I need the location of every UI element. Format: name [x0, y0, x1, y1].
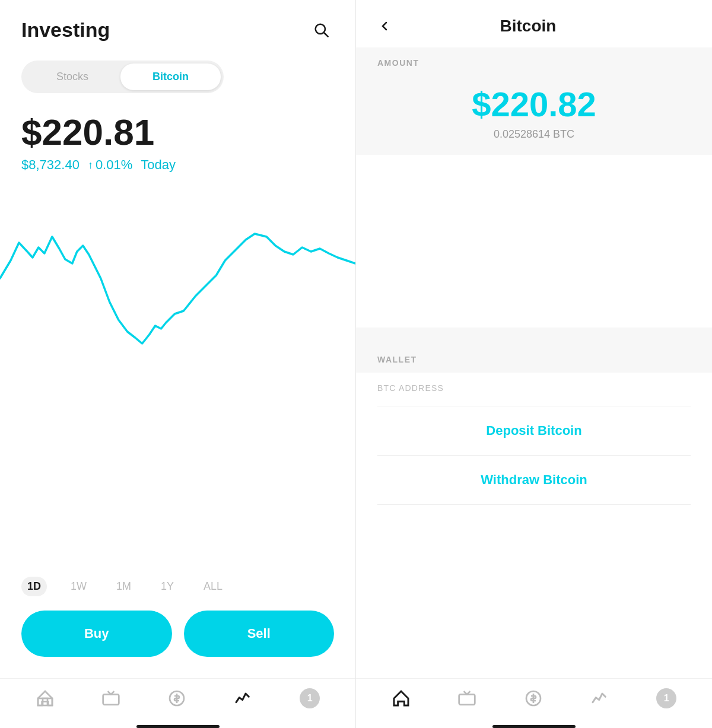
amount-display: $220.82 0.02528614 BTC: [356, 76, 712, 141]
dollar-icon: [167, 689, 186, 708]
right-nav-home[interactable]: [392, 689, 411, 708]
right-notification-badge: 1: [656, 688, 676, 708]
main-price: $220.81: [21, 112, 334, 152]
right-tv-icon: [457, 689, 476, 708]
right-dollar-icon: [524, 689, 543, 708]
nav-media[interactable]: [101, 689, 120, 708]
home-icon: [36, 689, 55, 708]
tab-bitcoin[interactable]: Bitcoin: [120, 63, 221, 90]
right-nav-investing[interactable]: [590, 689, 609, 708]
left-bottom-nav: 1: [0, 678, 355, 720]
today-label: Today: [141, 157, 176, 173]
tab-switcher: Stocks Bitcoin: [21, 61, 224, 93]
price-chart: [0, 183, 355, 373]
change-wrap: ↑ 0.01%: [88, 157, 132, 173]
tab-stocks[interactable]: Stocks: [24, 63, 120, 90]
amount-label: AMOUNT: [356, 47, 712, 76]
price-section: $220.81 $8,732.40 ↑ 0.01% Today: [0, 106, 355, 177]
price-meta: $8,732.40 ↑ 0.01% Today: [21, 157, 334, 173]
amount-btc: 0.02528614 BTC: [494, 128, 574, 141]
right-chart-icon: [590, 689, 609, 708]
investing-title: Investing: [21, 18, 110, 42]
nav-notifications[interactable]: 1: [300, 688, 320, 708]
deposit-bitcoin-button[interactable]: Deposit Bitcoin: [486, 423, 581, 438]
btc-market-price: $8,732.40: [21, 157, 80, 173]
wallet-label: WALLET: [356, 342, 712, 373]
search-icon: [313, 21, 329, 38]
deposit-action: Deposit Bitcoin: [356, 406, 712, 455]
right-nav-notifications[interactable]: 1: [656, 688, 676, 708]
buy-button[interactable]: Buy: [21, 611, 172, 657]
nav-home[interactable]: [36, 689, 55, 708]
right-nav-media[interactable]: [457, 689, 476, 708]
nav-investing[interactable]: [234, 689, 253, 708]
right-nav-cash[interactable]: [524, 689, 543, 708]
amount-section: AMOUNT $220.82 0.02528614 BTC: [356, 47, 712, 155]
search-button[interactable]: [308, 17, 334, 43]
time-1d[interactable]: 1D: [21, 577, 47, 596]
left-bottom-bar: [136, 725, 220, 728]
withdraw-action: Withdraw Bitcoin: [356, 456, 712, 504]
bitcoin-title: Bitcoin: [403, 17, 653, 36]
time-1y[interactable]: 1Y: [155, 577, 180, 596]
back-icon: [377, 19, 392, 33]
left-panel: Investing Stocks Bitcoin $220.81 $8,732.…: [0, 0, 356, 728]
back-button[interactable]: [377, 19, 392, 33]
right-header: Bitcoin: [356, 0, 712, 47]
time-1m[interactable]: 1M: [110, 577, 137, 596]
svg-rect-3: [103, 694, 119, 704]
btc-address-label: BTC ADDRESS: [377, 383, 691, 393]
time-1w[interactable]: 1W: [65, 577, 93, 596]
change-percent: 0.01%: [96, 157, 132, 173]
right-home-icon: [392, 689, 411, 708]
notification-badge: 1: [300, 688, 320, 708]
svg-rect-5: [459, 694, 475, 704]
time-range-selector: 1D 1W 1M 1Y ALL: [0, 566, 355, 611]
right-bottom-nav: 1: [356, 678, 712, 720]
svg-line-1: [324, 33, 328, 36]
up-arrow-icon: ↑: [88, 159, 93, 171]
chart-area: [0, 177, 355, 566]
right-panel: Bitcoin AMOUNT $220.82 0.02528614 BTC WA…: [356, 0, 712, 728]
withdraw-bitcoin-button[interactable]: Withdraw Bitcoin: [481, 472, 587, 488]
sell-button[interactable]: Sell: [184, 611, 335, 657]
amount-usd: $220.82: [472, 85, 596, 123]
tv-icon: [101, 689, 120, 708]
right-bottom-bar: [492, 725, 576, 728]
action-buttons: Buy Sell: [0, 611, 355, 678]
left-header: Investing: [0, 0, 355, 55]
btc-address-row: BTC ADDRESS: [356, 373, 712, 406]
time-all[interactable]: ALL: [198, 577, 228, 596]
nav-cash[interactable]: [167, 689, 186, 708]
chart-line-icon: [234, 689, 253, 708]
wallet-section: WALLET: [356, 328, 712, 373]
